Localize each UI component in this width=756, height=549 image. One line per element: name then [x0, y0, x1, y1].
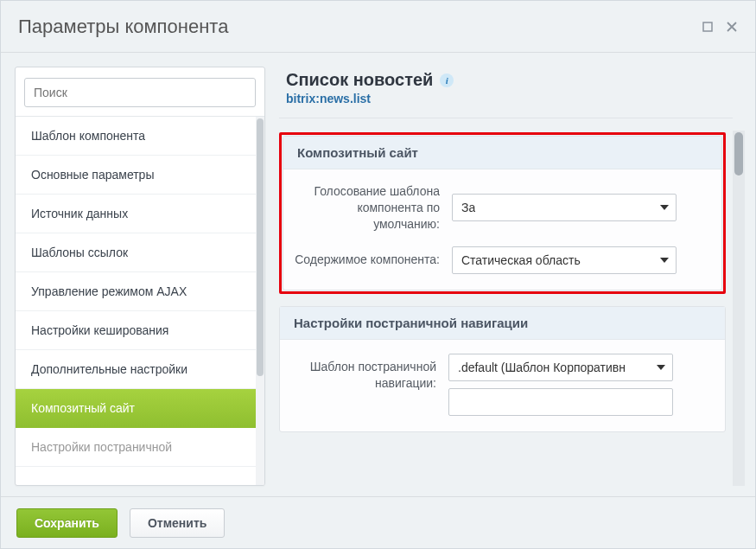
sidebar-item-label: Настройки постраничной: [31, 440, 172, 454]
sidebar-item-label: Настройки кеширования: [31, 323, 168, 337]
dialog-window: Параметры компонента Шаблон компонента О…: [0, 0, 756, 549]
page-title: Список новостей: [286, 70, 433, 90]
field-label: Содержимое компонента:: [292, 252, 452, 268]
search-row: [16, 67, 264, 116]
chevron-down-icon: [660, 205, 669, 210]
highlighted-section: Композитный сайт Голосование шаблона ком…: [279, 132, 726, 294]
close-icon[interactable]: [726, 21, 738, 33]
field-row-pager-template: Шаблон постраничной навигации: .default …: [289, 354, 709, 416]
maximize-icon[interactable]: [702, 21, 714, 33]
sidebar-item-template[interactable]: Шаблон компонента: [16, 117, 256, 156]
chevron-down-icon: [660, 258, 669, 263]
sidebar-item-label: Источник данных: [31, 207, 128, 220]
dialog-body: Шаблон компонента Основные параметры Ист…: [1, 53, 755, 496]
field-row-content: Содержимое компонента: Статическая облас…: [292, 246, 706, 274]
field-control: За: [452, 194, 706, 221]
sidebar-item-label: Шаблон компонента: [31, 129, 145, 143]
info-icon[interactable]: i: [440, 73, 454, 87]
main-scrollbar[interactable]: [733, 131, 745, 486]
save-button[interactable]: Сохранить: [16, 508, 118, 538]
sidebar-item-link-templates[interactable]: Шаблоны ссылок: [16, 233, 256, 272]
select-value: Статическая область: [461, 253, 581, 267]
sidebar-item-datasource[interactable]: Источник данных: [16, 195, 256, 233]
field-control: .default (Шаблон Корпоративн: [448, 354, 709, 416]
section-body: Голосование шаблона компонента по умолча…: [283, 169, 721, 290]
main-scroll-thumb[interactable]: [734, 132, 743, 176]
sidebar-item-pager[interactable]: Настройки постраничной: [16, 428, 256, 467]
main-panel: Список новостей i bitrix:news.list Компо…: [279, 67, 745, 486]
main-scroll: Композитный сайт Голосование шаблона ком…: [279, 131, 745, 486]
sidebar-item-label: Дополнительные настройки: [31, 362, 187, 376]
main-content: Композитный сайт Голосование шаблона ком…: [279, 131, 727, 486]
chevron-down-icon: [657, 365, 665, 370]
sidebar-item-label: Композитный сайт: [31, 401, 135, 415]
window-controls: [702, 21, 738, 33]
field-control: Статическая область: [452, 246, 706, 274]
field-label: Голосование шаблона компонента по умолча…: [292, 183, 452, 233]
section-body: Шаблон постраничной навигации: .default …: [280, 340, 725, 431]
sidebar-item-cache[interactable]: Настройки кеширования: [16, 311, 256, 350]
section-composite: Композитный сайт Голосование шаблона ком…: [283, 136, 722, 290]
footer: Сохранить Отменить: [1, 496, 755, 548]
field-label: Шаблон постраничной навигации:: [289, 354, 448, 392]
section-title: Настройки постраничной навигации: [280, 307, 725, 340]
select-content[interactable]: Статическая область: [452, 246, 677, 274]
select-pager-template[interactable]: .default (Шаблон Корпоративн: [448, 354, 673, 381]
sidebar-item-main-params[interactable]: Основные параметры: [16, 156, 256, 195]
sidebar-item-composite[interactable]: Композитный сайт: [16, 389, 256, 428]
sidebar-list-wrap: Шаблон компонента Основные параметры Ист…: [16, 116, 264, 485]
sidebar: Шаблон компонента Основные параметры Ист…: [15, 67, 265, 486]
select-vote[interactable]: За: [452, 194, 677, 221]
component-name: bitrix:news.list: [286, 92, 733, 105]
sidebar-item-label: Шаблоны ссылок: [31, 246, 128, 259]
sidebar-item-label: Основные параметры: [31, 168, 154, 182]
titlebar: Параметры компонента: [1, 1, 755, 53]
select-value: За: [461, 201, 475, 214]
sidebar-scroll-thumb[interactable]: [257, 118, 264, 376]
search-input[interactable]: [24, 78, 256, 107]
window-title: Параметры компонента: [18, 16, 228, 38]
input-pager-template-other[interactable]: [448, 388, 673, 416]
select-value: .default (Шаблон Корпоративн: [458, 361, 626, 374]
section-pager: Настройки постраничной навигации Шаблон …: [279, 306, 726, 432]
main-title-row: Список новостей i: [286, 70, 733, 90]
button-label: Отменить: [148, 516, 206, 530]
sidebar-scrollbar[interactable]: [256, 117, 264, 485]
sidebar-item-additional[interactable]: Дополнительные настройки: [16, 350, 256, 389]
svg-rect-0: [703, 22, 712, 31]
sidebar-list: Шаблон компонента Основные параметры Ист…: [16, 117, 256, 485]
button-label: Сохранить: [35, 516, 99, 530]
sidebar-item-ajax[interactable]: Управление режимом AJAX: [16, 272, 256, 311]
section-title: Композитный сайт: [283, 137, 721, 169]
field-row-vote: Голосование шаблона компонента по умолча…: [292, 183, 706, 233]
sidebar-item-label: Управление режимом AJAX: [31, 284, 187, 298]
main-header: Список новостей i bitrix:news.list: [279, 67, 733, 118]
cancel-button[interactable]: Отменить: [130, 508, 225, 538]
